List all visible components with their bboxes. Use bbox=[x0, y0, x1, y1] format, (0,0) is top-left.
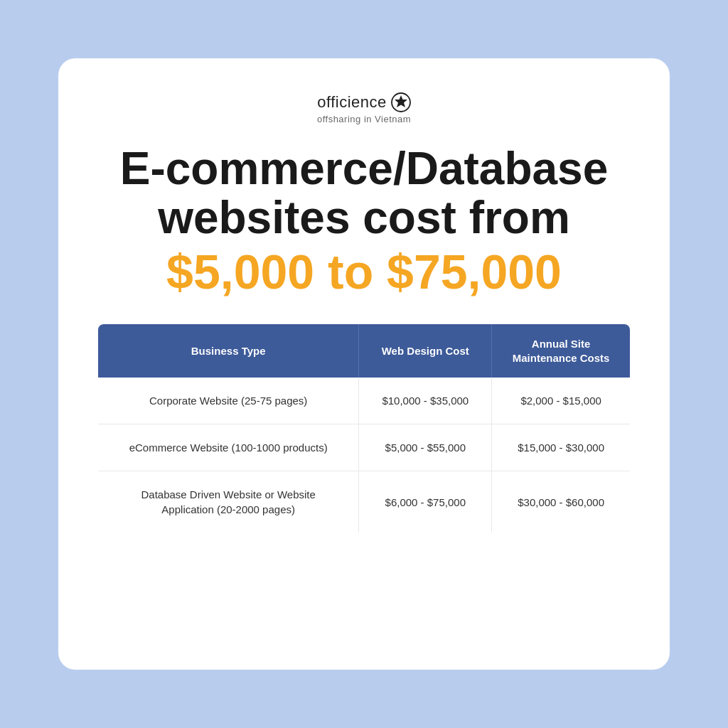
pricing-table: Business Type Web Design Cost Annual Sit… bbox=[98, 324, 630, 532]
logo-subtext: offsharing in Vietnam bbox=[317, 114, 411, 124]
logo-area: officience offsharing in Vietnam bbox=[317, 92, 411, 124]
cell-maintenance-1: $2,000 - $15,000 bbox=[492, 378, 630, 424]
logo-text: officience bbox=[317, 93, 387, 112]
cell-web-design-3: $6,000 - $75,000 bbox=[359, 471, 492, 533]
cell-business-type-2: eCommerce Website (100-1000 products) bbox=[98, 424, 359, 471]
cell-web-design-2: $5,000 - $55,000 bbox=[359, 424, 492, 471]
cell-maintenance-3: $30,000 - $60,000 bbox=[492, 471, 630, 533]
headline-line2: websites cost from bbox=[120, 193, 609, 242]
table-header-row: Business Type Web Design Cost Annual Sit… bbox=[98, 324, 630, 378]
main-card: officience offsharing in Vietnam E-comme… bbox=[58, 58, 670, 670]
cell-business-type-3: Database Driven Website or WebsiteApplic… bbox=[98, 471, 359, 533]
table-row: Corporate Website (25-75 pages) $10,000 … bbox=[98, 378, 630, 424]
headline-line1: E-commerce/Database bbox=[120, 144, 609, 193]
headline-price-range: $5,000 to $75,000 bbox=[120, 245, 609, 299]
cell-maintenance-2: $15,000 - $30,000 bbox=[492, 424, 630, 471]
col-header-web-design-cost: Web Design Cost bbox=[359, 324, 492, 378]
headline: E-commerce/Database websites cost from $… bbox=[120, 144, 609, 299]
col-header-annual-maintenance: Annual SiteMaintenance Costs bbox=[492, 324, 630, 378]
logo-row: officience bbox=[317, 92, 411, 112]
cell-business-type-1: Corporate Website (25-75 pages) bbox=[98, 378, 359, 424]
col-header-business-type: Business Type bbox=[98, 324, 359, 378]
table-row: Database Driven Website or WebsiteApplic… bbox=[98, 471, 630, 533]
logo-icon bbox=[391, 92, 411, 112]
cell-web-design-1: $10,000 - $35,000 bbox=[359, 378, 492, 424]
svg-marker-1 bbox=[395, 95, 407, 107]
table-row: eCommerce Website (100-1000 products) $5… bbox=[98, 424, 630, 471]
